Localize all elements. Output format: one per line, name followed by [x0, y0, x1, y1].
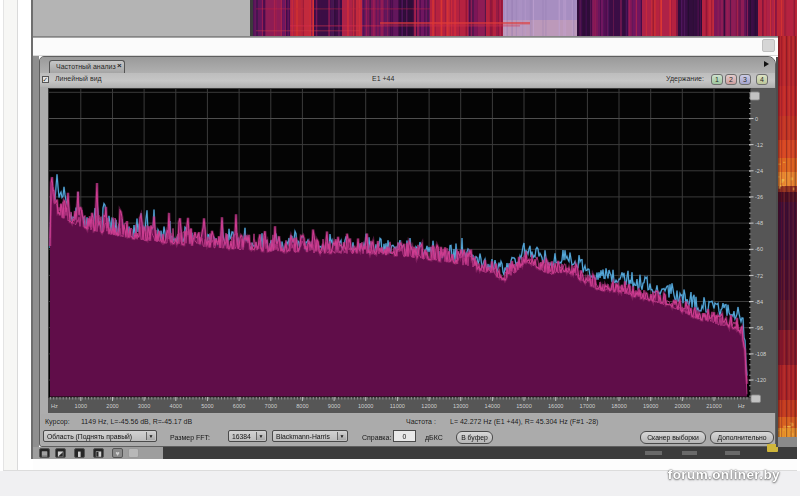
svg-text:-12: -12 [755, 142, 763, 148]
svg-text:16000: 16000 [548, 403, 564, 409]
svg-text:21000: 21000 [706, 403, 722, 409]
svg-text:14000: 14000 [485, 403, 501, 409]
svg-text:-60: -60 [755, 246, 763, 252]
svg-text:10000: 10000 [358, 403, 374, 409]
svg-text:13000: 13000 [453, 403, 469, 409]
svg-text:5000: 5000 [201, 403, 213, 409]
svg-text:1000: 1000 [75, 403, 87, 409]
svg-text:7000: 7000 [265, 403, 277, 409]
svg-text:12000: 12000 [421, 403, 437, 409]
svg-text:Hz: Hz [51, 403, 58, 409]
svg-text:8000: 8000 [296, 403, 308, 409]
svg-text:-84: -84 [755, 299, 763, 305]
svg-text:18000: 18000 [611, 403, 627, 409]
svg-text:17000: 17000 [580, 403, 596, 409]
svg-text:Hz: Hz [738, 403, 745, 409]
svg-text:19000: 19000 [643, 403, 659, 409]
svg-text:-24: -24 [755, 168, 763, 174]
svg-text:4000: 4000 [170, 403, 182, 409]
svg-text:-36: -36 [755, 194, 763, 200]
svg-text:6000: 6000 [233, 403, 245, 409]
svg-text:-108: -108 [755, 351, 766, 357]
svg-text:20000: 20000 [675, 403, 691, 409]
svg-text:11000: 11000 [390, 403, 405, 409]
svg-text:2000: 2000 [106, 403, 118, 409]
svg-text:0: 0 [755, 116, 758, 122]
svg-text:-72: -72 [755, 273, 763, 279]
svg-text:-120: -120 [755, 377, 766, 383]
svg-text:15000: 15000 [516, 403, 532, 409]
svg-text:9000: 9000 [328, 403, 340, 409]
svg-text:-48: -48 [755, 220, 763, 226]
svg-text:-96: -96 [755, 325, 763, 331]
svg-text:3000: 3000 [138, 403, 150, 409]
